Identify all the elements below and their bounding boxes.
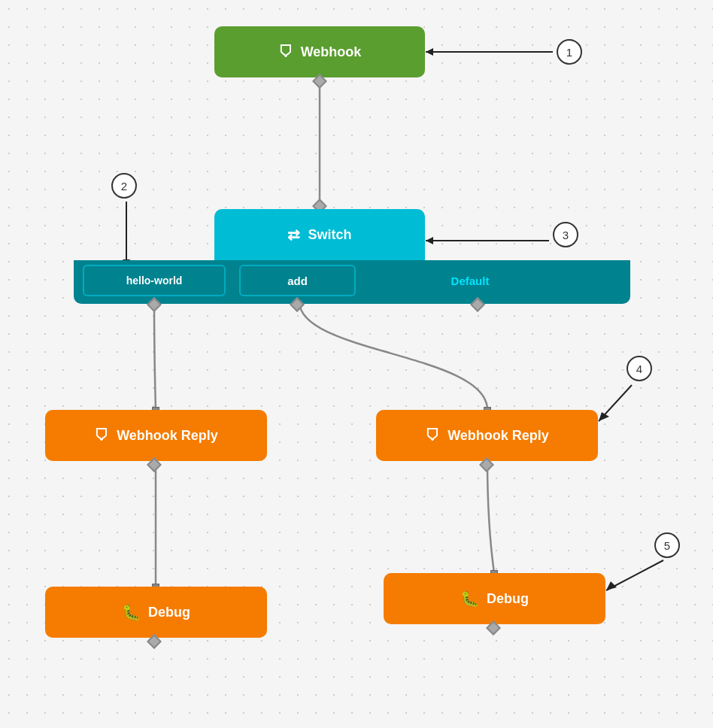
webhook-label: Webhook	[301, 44, 362, 60]
number-3-circle: 3	[553, 222, 578, 247]
hello-world-label: hello-world	[126, 275, 183, 287]
hello-world-tab[interactable]: hello-world	[83, 265, 226, 296]
webhook-reply-2-label: Webhook Reply	[448, 428, 549, 444]
switch-label: Switch	[308, 227, 351, 243]
number-4-circle: 4	[627, 356, 652, 381]
debug-2-node[interactable]: 🐛 Debug	[384, 573, 605, 624]
webhook-icon: ⛉	[278, 44, 293, 61]
default-tab[interactable]: Default	[399, 265, 542, 296]
switch-icon: ⇄	[287, 226, 300, 244]
webhook-reply-1-label: Webhook Reply	[117, 428, 218, 444]
debug-1-icon: 🐛	[122, 603, 141, 621]
debug-2-label: Debug	[487, 591, 529, 607]
debug-1-node[interactable]: 🐛 Debug	[45, 587, 267, 638]
number-2-label: 2	[121, 180, 127, 193]
webhook-reply-2-node[interactable]: ⛉ Webhook Reply	[376, 410, 598, 461]
webhook-reply-1-node[interactable]: ⛉ Webhook Reply	[45, 410, 267, 461]
add-tab[interactable]: add	[239, 265, 356, 296]
svg-marker-2	[426, 48, 433, 56]
svg-marker-10	[606, 581, 617, 590]
number-1-label: 1	[566, 46, 572, 59]
svg-marker-6	[426, 237, 433, 244]
number-5-label: 5	[664, 539, 670, 552]
number-5-circle: 5	[654, 532, 680, 558]
number-2-circle: 2	[111, 173, 137, 199]
svg-marker-8	[599, 412, 609, 421]
switch-node[interactable]: ⇄ Switch	[214, 209, 425, 260]
svg-line-7	[599, 385, 632, 421]
webhook-node[interactable]: ⛉ Webhook	[214, 26, 425, 77]
webhook-reply-1-icon: ⛉	[94, 427, 109, 444]
number-4-label: 4	[636, 362, 642, 375]
number-3-label: 3	[563, 229, 569, 241]
svg-line-9	[606, 560, 663, 590]
debug-1-label: Debug	[148, 605, 190, 620]
add-label: add	[287, 275, 308, 287]
debug-2-icon: 🐛	[460, 590, 479, 608]
webhook-reply-2-icon: ⛉	[425, 427, 440, 444]
default-label: Default	[451, 275, 490, 287]
number-1-circle: 1	[557, 39, 582, 65]
